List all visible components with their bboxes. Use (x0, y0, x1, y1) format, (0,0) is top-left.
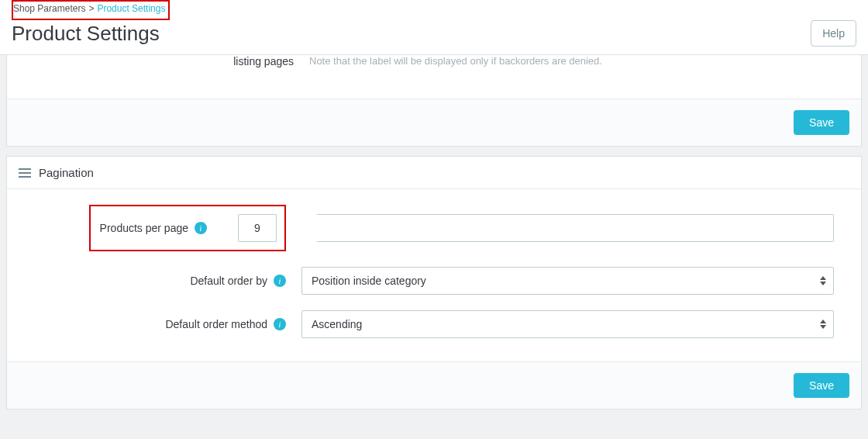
breadcrumb: Shop Parameters > Product Settings (12, 0, 170, 20)
save-button[interactable]: Save (794, 110, 849, 135)
menu-icon (19, 168, 31, 178)
breadcrumb-parent[interactable]: Shop Parameters (13, 3, 85, 14)
listing-pages-note: Note that the label will be displayed on… (309, 55, 849, 67)
info-icon[interactable]: i (274, 318, 286, 330)
info-icon[interactable]: i (274, 275, 286, 287)
breadcrumb-sep: > (88, 3, 94, 14)
listing-pages-label: listing pages (19, 55, 309, 67)
default-order-by-label: Default order by (190, 275, 267, 287)
breadcrumb-current[interactable]: Product Settings (97, 3, 165, 14)
pagination-title: Pagination (39, 166, 94, 179)
info-icon[interactable]: i (195, 222, 207, 234)
products-per-page-label: Products per page (100, 222, 188, 234)
help-button[interactable]: Help (811, 20, 856, 47)
save-button[interactable]: Save (794, 373, 849, 398)
page-title: Product Settings (12, 22, 160, 46)
default-order-method-select[interactable]: Ascending (301, 310, 834, 338)
products-per-page-input[interactable] (238, 214, 277, 242)
highlight-products-per-page: Products per page i (89, 205, 286, 251)
products-per-page-tail (317, 214, 834, 242)
default-order-by-select[interactable]: Position inside category (301, 267, 834, 295)
default-order-method-label: Default order method (165, 318, 267, 330)
